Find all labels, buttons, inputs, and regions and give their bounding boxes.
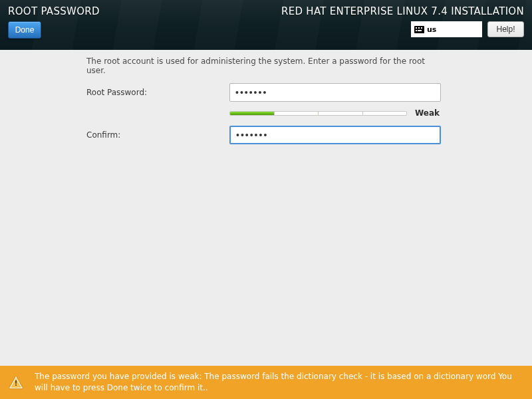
- root-password-input[interactable]: [229, 83, 441, 102]
- password-strength-label: Weak: [415, 108, 440, 118]
- warning-icon: !: [9, 376, 23, 388]
- done-button[interactable]: Done: [8, 21, 41, 39]
- strength-segment: [275, 112, 319, 115]
- warning-text: The password you have provided is weak: …: [35, 371, 523, 394]
- keyboard-layout-label: us: [427, 25, 436, 34]
- warning-bar: ! The password you have provided is weak…: [0, 366, 532, 399]
- page-title: ROOT PASSWORD: [8, 5, 100, 17]
- strength-segment: [319, 112, 363, 115]
- confirm-password-input[interactable]: [229, 126, 441, 144]
- keyboard-icon: [414, 26, 424, 33]
- keyboard-layout-selector[interactable]: us: [411, 21, 482, 37]
- strength-segment: [230, 112, 275, 115]
- content-area: The root account is used for administeri…: [0, 50, 532, 144]
- root-password-label: Root Password:: [86, 88, 229, 97]
- password-strength-row: Weak: [229, 108, 446, 118]
- confirm-password-row: Confirm:: [86, 126, 446, 144]
- confirm-password-label: Confirm:: [86, 130, 229, 140]
- header-right: RED HAT ENTERPRISE LINUX 7.4 INSTALLATIO…: [281, 5, 524, 50]
- header-left: ROOT PASSWORD Done: [8, 5, 100, 50]
- header-toolbar: us Help!: [411, 21, 524, 37]
- root-password-row: Root Password:: [86, 83, 446, 102]
- password-strength-bar: [229, 111, 407, 116]
- installer-title: RED HAT ENTERPRISE LINUX 7.4 INSTALLATIO…: [281, 5, 524, 17]
- strength-segment: [363, 112, 407, 115]
- header: ROOT PASSWORD Done RED HAT ENTERPRISE LI…: [0, 0, 532, 50]
- help-button[interactable]: Help!: [487, 21, 524, 37]
- instruction-text: The root account is used for administeri…: [86, 57, 446, 75]
